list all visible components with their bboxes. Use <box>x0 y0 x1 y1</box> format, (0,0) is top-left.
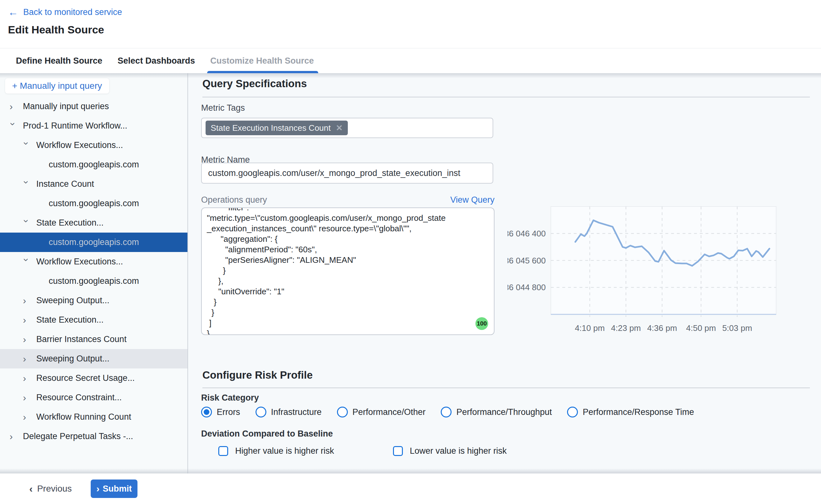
svg-text:4:23 pm: 4:23 pm <box>611 323 641 333</box>
remove-tag-icon[interactable]: ✕ <box>336 123 343 133</box>
checkbox-icon[interactable] <box>393 446 403 456</box>
tree-item[interactable]: ›Manually input queries <box>0 97 187 116</box>
tree-item[interactable]: ›Workflow Running Count <box>0 407 187 427</box>
risk-option-errors[interactable]: Errors <box>201 407 240 417</box>
svg-text:36 044 800: 36 044 800 <box>508 283 546 292</box>
page-header: ← Back to monitored service Edit Health … <box>0 0 821 73</box>
previous-button-label: Previous <box>37 484 72 494</box>
tree-item-label: Barrier Instances Count <box>36 334 127 344</box>
chevron-right-icon[interactable]: › <box>23 354 32 364</box>
chevron-down-icon[interactable]: › <box>22 219 31 228</box>
risk-option-label: Errors <box>217 407 240 417</box>
deviation-label: Deviation Compared to Baseline <box>201 429 333 439</box>
tree-item-label: Sweeping Output... <box>36 296 109 305</box>
tree-item[interactable]: ›Instance Count <box>0 174 187 194</box>
operations-query-label: Operations query <box>201 195 267 205</box>
configure-risk-profile-heading: Configure Risk Profile <box>202 369 313 381</box>
submit-button-label: Submit <box>103 484 132 494</box>
radio-selected-icon[interactable] <box>201 407 212 417</box>
tree-item[interactable]: ›Prod-1 Runtime Workflow... <box>0 116 187 136</box>
add-manual-query-label: + Manually input query <box>12 81 102 91</box>
tree-item[interactable]: custom.googleapis.com <box>0 233 187 252</box>
tree-item-label: Workflow Running Count <box>36 412 131 422</box>
tree-item[interactable]: ›State Execution... <box>0 213 187 233</box>
metric-tags-input[interactable]: State Execution Instances Count ✕ <box>201 118 493 138</box>
metric-name-value: custom.googleapis.com/user/x_mongo_prod_… <box>208 168 460 178</box>
tree-item[interactable]: custom.googleapis.com <box>0 155 187 174</box>
metric-sidebar: + Manually input query ›Manually input q… <box>0 73 188 473</box>
tree-item-label: custom.googleapis.com <box>49 237 142 247</box>
section-divider <box>202 388 810 388</box>
risk-option-performance-throughput[interactable]: Performance/Throughput <box>441 407 552 417</box>
risk-option-infrastructure[interactable]: Infrastructure <box>256 407 322 417</box>
metric-tag-chip: State Execution Instances Count ✕ <box>206 121 348 135</box>
tree-item-label: custom.googleapis.com <box>49 160 142 170</box>
tab-customize-health-source[interactable]: Customize Health Source <box>210 48 314 73</box>
risk-option-performance-other[interactable]: Performance/Other <box>337 407 426 417</box>
tree-item[interactable]: custom.googleapis.com <box>0 194 187 213</box>
deviation-option-higher-value-is-higher-risk[interactable]: Higher value is higher risk <box>218 446 334 456</box>
page-title: Edit Health Source <box>8 24 104 36</box>
add-manual-query-button[interactable]: + Manually input query <box>5 78 109 94</box>
chevron-right-icon[interactable]: › <box>23 393 32 403</box>
deviation-option-label: Higher value is higher risk <box>235 446 334 456</box>
tree-item[interactable]: ›State Execution... <box>0 310 187 330</box>
previous-button[interactable]: ‹ Previous <box>29 473 72 504</box>
chevron-down-icon[interactable]: › <box>8 122 18 131</box>
radio-unselected-icon[interactable] <box>337 407 348 417</box>
tree-item[interactable]: ›Barrier Instances Count <box>0 330 187 349</box>
tree-item-label: State Execution... <box>36 218 104 228</box>
submit-button[interactable]: › Submit <box>91 479 137 498</box>
risk-option-performance-response-time[interactable]: Performance/Response Time <box>567 407 694 417</box>
tree-item-label: Resource Secret Usage... <box>36 373 135 383</box>
tree-item-label: Prod-1 Runtime Workflow... <box>23 121 127 131</box>
radio-unselected-icon[interactable] <box>567 407 578 417</box>
tree-item[interactable]: ›Resource Secret Usage... <box>0 368 187 388</box>
operations-query-row: Operations query View Query <box>201 195 495 205</box>
chevron-right-icon[interactable]: › <box>23 335 32 344</box>
tree-item[interactable]: ›Workflow Executions... <box>0 252 187 271</box>
tree-item-label: Workflow Executions... <box>36 257 123 267</box>
tree-item[interactable]: ›Sweeping Output... <box>0 349 187 368</box>
risk-option-label: Performance/Throughput <box>456 407 552 417</box>
tab-select-dashboards[interactable]: Select Dashboards <box>118 48 195 73</box>
deviation-options: Higher value is higher riskLower value i… <box>201 446 507 456</box>
metric-tag-chip-label: State Execution Instances Count <box>211 123 331 133</box>
tree-item[interactable]: ›Workflow Executions... <box>0 136 187 155</box>
svg-text:4:10 pm: 4:10 pm <box>575 323 605 333</box>
risk-option-label: Infrastructure <box>271 407 322 417</box>
tree-item[interactable]: ›Delegate Perpetual Tasks -... <box>0 427 187 446</box>
tree-item[interactable]: ›Sweeping Output... <box>0 291 187 310</box>
back-link[interactable]: ← Back to monitored service <box>8 7 122 17</box>
chevron-right-icon[interactable]: › <box>23 296 32 305</box>
chevron-down-icon[interactable]: › <box>22 258 31 267</box>
tree-item[interactable]: ›Resource Constraint... <box>0 388 187 407</box>
chevron-right-icon[interactable]: › <box>10 432 18 441</box>
chevron-right-icon[interactable]: › <box>23 374 32 383</box>
query-score-badge: 100 <box>475 317 488 330</box>
operations-query-textarea[interactable]: "filter": "metric.type=\"custom.googleap… <box>201 207 495 335</box>
metric-name-input[interactable]: custom.googleapis.com/user/x_mongo_prod_… <box>201 163 493 184</box>
chart-container: 36 046 40036 045 60036 044 8004:10 pm4:2… <box>508 200 786 334</box>
radio-unselected-icon[interactable] <box>441 407 452 417</box>
back-arrow-icon: ← <box>8 7 18 17</box>
svg-text:5:03 pm: 5:03 pm <box>722 323 752 333</box>
chevron-right-icon[interactable]: › <box>23 412 32 422</box>
tree-item[interactable]: custom.googleapis.com <box>0 271 187 291</box>
tree-item-label: Manually input queries <box>23 101 109 111</box>
chevron-right-icon[interactable]: › <box>10 102 18 111</box>
chevron-right-icon[interactable]: › <box>23 315 32 325</box>
risk-category-label: Risk Category <box>201 393 259 403</box>
tab-define-health-source[interactable]: Define Health Source <box>16 48 102 73</box>
risk-option-label: Performance/Other <box>353 407 426 417</box>
checkbox-icon[interactable] <box>218 446 228 456</box>
view-query-link[interactable]: View Query <box>450 195 495 205</box>
risk-option-label: Performance/Response Time <box>583 407 694 417</box>
deviation-option-lower-value-is-higher-risk[interactable]: Lower value is higher risk <box>393 446 507 456</box>
chevron-down-icon[interactable]: › <box>22 180 31 189</box>
deviation-option-label: Lower value is higher risk <box>410 446 507 456</box>
tree-item-label: Delegate Perpetual Tasks -... <box>23 431 133 441</box>
section-divider <box>202 97 810 97</box>
radio-unselected-icon[interactable] <box>256 407 266 417</box>
chevron-down-icon[interactable]: › <box>22 142 31 151</box>
